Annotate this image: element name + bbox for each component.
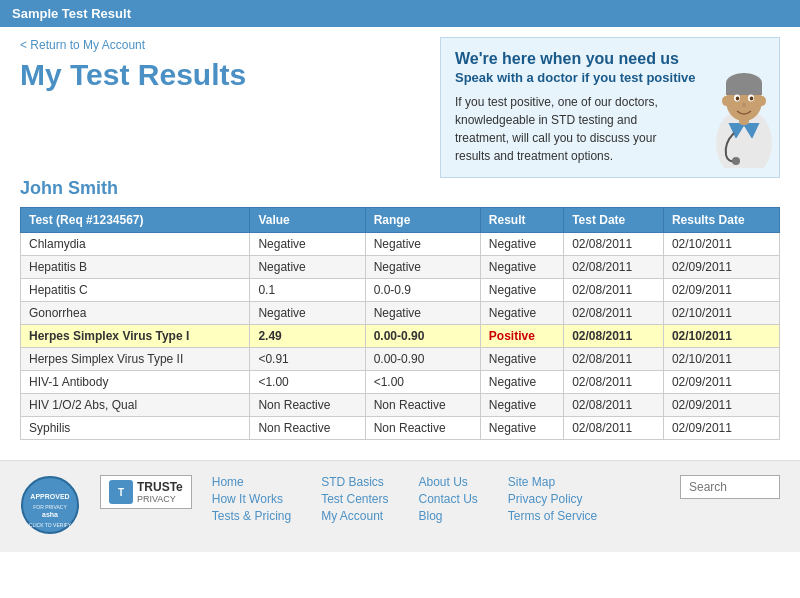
cell-results-date: 02/09/2011 [663,279,779,302]
svg-point-12 [732,157,740,165]
cell-result: Negative [480,279,563,302]
cell-value: Non Reactive [250,394,365,417]
cell-test-date: 02/08/2011 [564,394,664,417]
svg-point-8 [750,97,754,101]
footer-link[interactable]: Blog [419,509,478,523]
cell-test-date: 02/08/2011 [564,371,664,394]
col-results-date: Results Date [663,208,779,233]
col-result: Result [480,208,563,233]
svg-point-7 [736,97,740,101]
truste-text: TRUSTe PRIVACY [137,480,183,504]
cell-value: Negative [250,256,365,279]
cell-result: Positive [480,325,563,348]
cell-test-date: 02/08/2011 [564,325,664,348]
truste-logo[interactable]: T TRUSTe PRIVACY [100,475,192,509]
cell-test: Chlamydia [21,233,250,256]
cell-test: Syphilis [21,417,250,440]
cell-results-date: 02/10/2011 [663,302,779,325]
cell-result: Negative [480,394,563,417]
return-link[interactable]: < Return to My Account [20,38,145,52]
cell-test-date: 02/08/2011 [564,348,664,371]
cell-result: Negative [480,371,563,394]
cell-range: 0.00-0.90 [365,325,480,348]
footer-col: STD BasicsTest CentersMy Account [321,475,388,523]
search-box [680,475,780,499]
cell-range: Negative [365,256,480,279]
asha-logo: APPROVED FOR PRIVACY asha CLICK TO VERIF… [20,475,80,538]
cell-results-date: 02/10/2011 [663,325,779,348]
footer-col: Site MapPrivacy PolicyTerms of Service [508,475,597,523]
cell-value: Negative [250,233,365,256]
cell-range: <1.00 [365,371,480,394]
cell-range: Negative [365,233,480,256]
table-row: HIV 1/O/2 Abs, Qual Non Reactive Non Rea… [21,394,780,417]
cell-results-date: 02/09/2011 [663,371,779,394]
cell-range: 0.0-0.9 [365,279,480,302]
cell-test-date: 02/08/2011 [564,302,664,325]
cell-test-date: 02/08/2011 [564,417,664,440]
svg-point-11 [758,96,766,106]
cell-test-date: 02/08/2011 [564,279,664,302]
cell-results-date: 02/10/2011 [663,233,779,256]
results-table: Test (Req #1234567) Value Range Result T… [20,207,780,440]
footer-link[interactable]: Terms of Service [508,509,597,523]
patient-name: John Smith [20,178,780,199]
page-title: My Test Results [20,58,440,92]
cell-value: <0.91 [250,348,365,371]
footer-link[interactable]: My Account [321,509,388,523]
svg-text:CLICK TO VERIFY: CLICK TO VERIFY [29,522,72,528]
svg-text:FOR PRIVACY: FOR PRIVACY [33,504,67,510]
page-label: Sample Test Result [12,6,131,21]
cell-value: Negative [250,302,365,325]
cell-result: Negative [480,233,563,256]
info-box: We're here when you need us Speak with a… [440,37,780,178]
cell-range: Non Reactive [365,394,480,417]
svg-rect-4 [726,83,762,95]
cell-test: Herpes Simplex Virus Type I [21,325,250,348]
table-row: Herpes Simplex Virus Type I 2.49 0.00-0.… [21,325,780,348]
cell-value: 0.1 [250,279,365,302]
cell-result: Negative [480,348,563,371]
table-row: Syphilis Non Reactive Non Reactive Negat… [21,417,780,440]
footer-link[interactable]: Tests & Pricing [212,509,291,523]
cell-results-date: 02/09/2011 [663,394,779,417]
col-range: Range [365,208,480,233]
search-input[interactable] [680,475,780,499]
info-box-body: If you test positive, one of our doctors… [455,93,666,165]
footer-link[interactable]: Test Centers [321,492,388,506]
cell-test: Herpes Simplex Virus Type II [21,348,250,371]
doctor-illustration [674,43,774,168]
footer-link[interactable]: Home [212,475,291,489]
footer-col: HomeHow It WorksTests & Pricing [212,475,291,523]
svg-point-9 [742,103,746,108]
table-row: HIV-1 Antibody <1.00 <1.00 Negative 02/0… [21,371,780,394]
cell-result: Negative [480,302,563,325]
cell-test: Gonorrhea [21,302,250,325]
table-row: Gonorrhea Negative Negative Negative 02/… [21,302,780,325]
svg-text:APPROVED: APPROVED [30,493,69,500]
svg-text:asha: asha [42,511,58,518]
footer-link[interactable]: STD Basics [321,475,388,489]
top-bar: Sample Test Result [0,0,800,27]
footer-links: HomeHow It WorksTests & PricingSTD Basic… [212,475,660,523]
cell-range: 0.00-0.90 [365,348,480,371]
col-value: Value [250,208,365,233]
table-row: Chlamydia Negative Negative Negative 02/… [21,233,780,256]
cell-results-date: 02/09/2011 [663,256,779,279]
footer-link[interactable]: Contact Us [419,492,478,506]
cell-range: Negative [365,302,480,325]
footer-link[interactable]: How It Works [212,492,291,506]
footer-link[interactable]: Site Map [508,475,597,489]
svg-point-10 [722,96,730,106]
table-row: Hepatitis C 0.1 0.0-0.9 Negative 02/08/2… [21,279,780,302]
cell-result: Negative [480,417,563,440]
cell-test: HIV-1 Antibody [21,371,250,394]
cell-value: 2.49 [250,325,365,348]
col-test-date: Test Date [564,208,664,233]
cell-results-date: 02/10/2011 [663,348,779,371]
footer: APPROVED FOR PRIVACY asha CLICK TO VERIF… [0,460,800,552]
col-test: Test (Req #1234567) [21,208,250,233]
footer-link[interactable]: Privacy Policy [508,492,597,506]
cell-range: Non Reactive [365,417,480,440]
footer-link[interactable]: About Us [419,475,478,489]
